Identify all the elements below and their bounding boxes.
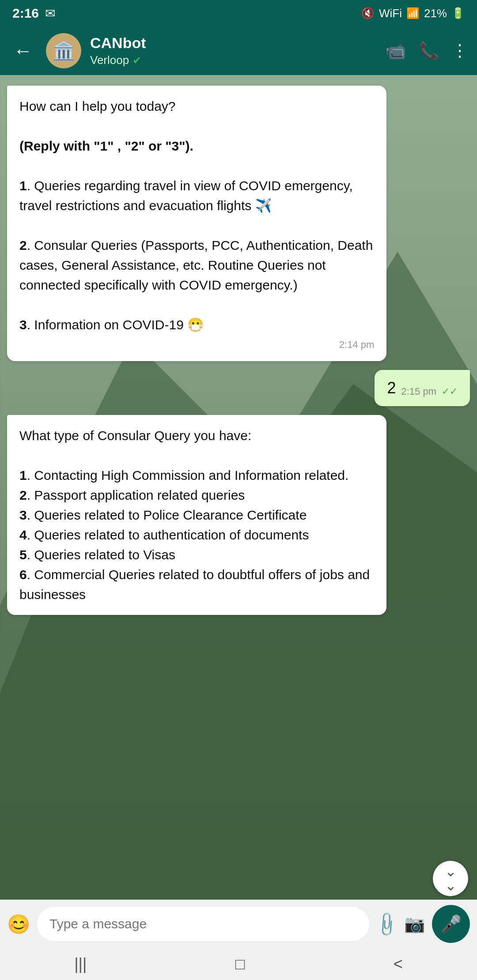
status-time: 2:16 — [12, 6, 39, 21]
msg1-item3-text: . Information on COVID-19 😷 — [27, 317, 204, 332]
contact-subtitle: Verloop ✔ — [90, 53, 376, 67]
video-call-button[interactable]: 📹 — [385, 41, 406, 60]
msg3-item3-num: 3 — [19, 508, 27, 522]
home-button[interactable]: □ — [235, 955, 245, 973]
message-bubble-2: 2 2:15 pm ✓✓ — [375, 370, 470, 406]
navigation-bar: ||| □ < — [0, 948, 477, 980]
camera-button[interactable]: 📷 — [404, 914, 425, 934]
emoji-button[interactable]: 😊 — [7, 913, 30, 935]
msg3-intro: What type of Consular Query you have: — [19, 428, 251, 443]
back-button[interactable]: ← — [9, 35, 37, 66]
msg3-item2-text: . Passport application related queries — [27, 488, 245, 502]
attachment-button[interactable]: 📎 — [372, 910, 401, 938]
message-bubble-1: How can I help you today? (Reply with "1… — [7, 86, 386, 361]
msg1-item3-num: 3 — [19, 317, 27, 332]
msg3-item6-text: . Commercial Queries related to doubtful… — [19, 567, 370, 602]
msg1-time: 2:14 pm — [19, 339, 374, 351]
recent-apps-button[interactable]: ||| — [74, 955, 87, 973]
msg1-hint: (Reply with "1" , "2" or "3"). — [19, 139, 193, 153]
input-bar: 😊 📎 📷 🎤 — [0, 900, 477, 948]
msg1-item1-text: . Queries regarding travel in view of CO… — [19, 178, 353, 213]
phone-call-button[interactable]: 📞 — [418, 41, 439, 60]
msg3-item4-num: 4 — [19, 528, 27, 542]
msg3-item6-num: 6 — [19, 567, 27, 582]
avatar-image: 🏛️ — [52, 40, 75, 62]
battery-text: 21% — [424, 7, 447, 20]
msg2-ticks: ✓✓ — [442, 386, 458, 397]
toolbar: ← 🏛️ CANbot Verloop ✔ 📹 📞 ⋮ — [0, 26, 477, 75]
msg3-item2-num: 2 — [19, 488, 27, 502]
contact-info: CANbot Verloop ✔ — [90, 34, 376, 67]
mic-icon: 🎤 — [441, 914, 462, 934]
msg3-item1-text: . Contacting High Commission and Informa… — [27, 468, 349, 482]
msg3-item4-text: . Queries related to authentication of d… — [27, 528, 309, 542]
msg2-text: 2 — [387, 379, 396, 397]
msg3-item5-text: . Queries related to Visas — [27, 547, 175, 562]
chat-area: How can I help you today? (Reply with "1… — [0, 75, 477, 905]
message-bubble-3: What type of Consular Query you have: 1.… — [7, 415, 386, 615]
message-text-1: How can I help you today? (Reply with "1… — [19, 96, 374, 335]
battery-icon: 🔋 — [451, 7, 465, 19]
msg2-time: 2:15 pm — [401, 386, 437, 397]
message-text-3: What type of Consular Query you have: 1.… — [19, 426, 374, 604]
mic-button[interactable]: 🎤 — [432, 905, 470, 943]
msg1-item2-num: 2 — [19, 238, 27, 253]
more-options-button[interactable]: ⋮ — [451, 41, 468, 60]
msg1-item1-num: 1 — [19, 178, 27, 193]
mute-icon: 🔇 — [361, 7, 375, 19]
msg3-item5-num: 5 — [19, 547, 27, 562]
status-bar: 2:16 ✉ 🔇 WiFi 📶 21% 🔋 — [0, 0, 477, 26]
message-input[interactable] — [37, 907, 369, 941]
verified-icon: ✔ — [132, 54, 141, 67]
scroll-to-bottom-button[interactable]: ⌄⌄ — [433, 861, 468, 896]
msg3-item1-num: 1 — [19, 468, 27, 482]
contact-name[interactable]: CANbot — [90, 34, 376, 52]
toolbar-actions: 📹 📞 ⋮ — [385, 41, 468, 60]
signal-icon: 📶 — [406, 7, 420, 19]
wifi-icon: WiFi — [379, 7, 402, 20]
back-nav-button[interactable]: < — [394, 955, 403, 973]
msg1-item2-text: . Consular Queries (Passports, PCC, Auth… — [19, 238, 373, 292]
chat-background: How can I help you today? (Reply with "1… — [0, 75, 477, 905]
status-right: 🔇 WiFi 📶 21% 🔋 — [361, 7, 465, 20]
chevron-down-icon: ⌄⌄ — [445, 864, 457, 893]
email-icon: ✉ — [45, 6, 55, 21]
avatar[interactable]: 🏛️ — [46, 33, 81, 68]
msg3-item3-text: . Queries related to Police Clearance Ce… — [27, 508, 307, 522]
msg1-intro: How can I help you today? — [19, 99, 176, 113]
subtitle-text: Verloop — [90, 53, 129, 67]
status-left: 2:16 ✉ — [12, 6, 55, 21]
